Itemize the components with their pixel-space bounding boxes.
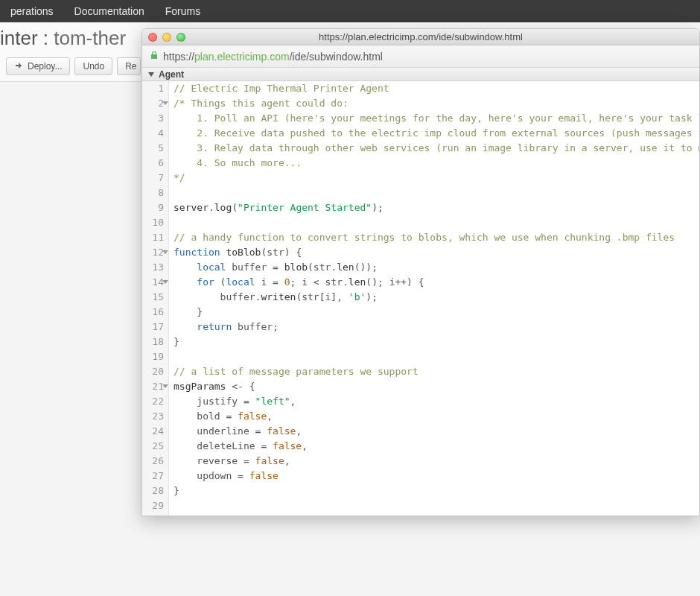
line-number: 28 [150, 484, 164, 498]
section-bar[interactable]: Agent [142, 68, 699, 81]
code-line[interactable]: } [174, 335, 696, 349]
url-host: plan.electricimp.com [194, 51, 290, 63]
lock-icon [150, 51, 159, 62]
code-editor[interactable]: 1234567891011121314151617181920212223242… [142, 81, 699, 516]
top-nav: perations Documentation Forums [0, 0, 700, 22]
redo-button[interactable]: Re [117, 57, 140, 75]
line-number: 24 [150, 424, 164, 439]
code-line[interactable] [174, 498, 696, 513]
code-line[interactable]: } [174, 484, 696, 498]
line-number: 29 [150, 498, 164, 513]
code-line[interactable] [174, 215, 696, 230]
code-line[interactable]: msgParams <- { [174, 379, 696, 394]
minimize-window-button[interactable] [162, 33, 171, 42]
code-line[interactable] [174, 349, 696, 364]
code-line[interactable]: 2. Receive data pushed to the electric i… [174, 126, 696, 141]
line-number: 19 [150, 349, 164, 364]
line-number: 16 [150, 305, 164, 320]
code-area[interactable]: // Electric Imp Thermal Printer Agent/* … [169, 81, 699, 516]
window-title: https://plan.electricimp.com/ide/subwind… [142, 31, 699, 42]
code-line[interactable]: local buffer = blob(str.len()); [174, 260, 696, 275]
code-line[interactable]: bold = false, [174, 409, 696, 424]
code-line[interactable]: underline = false, [174, 424, 696, 439]
line-number: 14 [150, 275, 164, 290]
deploy-label: Deploy... [28, 61, 62, 72]
line-number: 6 [150, 156, 164, 171]
code-line[interactable]: server.log("Printer Agent Started"); [174, 200, 696, 215]
line-number: 9 [150, 200, 164, 215]
undo-button[interactable]: Undo [74, 57, 112, 75]
redo-label: Re [125, 61, 136, 72]
code-line[interactable]: // Electric Imp Thermal Printer Agent [174, 81, 696, 96]
line-number: 21 [150, 379, 164, 394]
nav-forums[interactable]: Forums [155, 0, 211, 22]
code-line[interactable]: */ [174, 171, 696, 186]
code-line[interactable]: /* Things this agent could do: [174, 96, 696, 111]
code-line[interactable]: return buffer; [174, 320, 696, 335]
line-number: 20 [150, 364, 164, 379]
line-number: 5 [150, 141, 164, 156]
line-number: 8 [150, 186, 164, 200]
page-title-name: tom-ther [54, 27, 126, 49]
address-url: https://plan.electricimp.com/ide/subwind… [163, 51, 383, 63]
line-number: 10 [150, 215, 164, 230]
section-label: Agent [159, 69, 184, 80]
nav-operations[interactable]: perations [0, 0, 64, 22]
zoom-window-button[interactable] [176, 33, 185, 42]
traffic-lights [148, 33, 185, 42]
line-number: 17 [150, 320, 164, 335]
url-scheme: https:// [163, 51, 194, 63]
code-line[interactable]: reverse = false, [174, 454, 696, 469]
close-window-button[interactable] [148, 33, 157, 42]
code-line[interactable]: for (local i = 0; i < str.len(); i++) { [174, 275, 696, 290]
address-bar[interactable]: https://plan.electricimp.com/ide/subwind… [142, 45, 699, 68]
line-number: 2 [150, 96, 164, 111]
line-number: 27 [150, 469, 164, 484]
line-gutter: 1234567891011121314151617181920212223242… [142, 81, 169, 516]
code-line[interactable]: updown = false [174, 469, 696, 484]
line-number: 12 [150, 245, 164, 260]
line-number: 23 [150, 409, 164, 424]
code-line[interactable]: } [174, 305, 696, 320]
line-number: 4 [150, 126, 164, 141]
line-number: 3 [150, 111, 164, 126]
undo-label: Undo [83, 61, 104, 72]
line-number: 25 [150, 439, 164, 454]
deploy-icon [14, 61, 23, 72]
subwindow: https://plan.electricimp.com/ide/subwind… [141, 28, 700, 516]
window-titlebar[interactable]: https://plan.electricimp.com/ide/subwind… [142, 29, 699, 45]
code-line[interactable]: 3. Relay data through other web services… [174, 141, 696, 156]
line-number: 22 [150, 394, 164, 409]
line-number: 1 [150, 81, 164, 96]
line-number: 7 [150, 171, 164, 186]
url-path: /ide/subwindow.html [290, 51, 383, 63]
code-line[interactable]: buffer.writen(str[i], 'b'); [174, 290, 696, 305]
line-number: 15 [150, 290, 164, 305]
code-line[interactable]: deleteLine = false, [174, 439, 696, 454]
code-line[interactable]: function toBlob(str) { [174, 245, 696, 260]
line-number: 13 [150, 260, 164, 275]
code-line[interactable]: // a handy function to convert strings t… [174, 230, 696, 245]
page-title-prefix: inter : [0, 27, 54, 49]
line-number: 11 [150, 230, 164, 245]
chevron-down-icon [148, 72, 154, 77]
line-number: 26 [150, 454, 164, 469]
nav-documentation[interactable]: Documentation [64, 0, 155, 22]
code-line[interactable]: // a list of message parameters we suppo… [174, 364, 696, 379]
code-line[interactable]: 4. So much more... [174, 156, 696, 171]
code-line[interactable]: 1. Poll an API (here's your meetings for… [174, 111, 696, 126]
code-line[interactable]: justify = "left", [174, 394, 696, 409]
code-line[interactable] [174, 186, 696, 200]
line-number: 18 [150, 335, 164, 349]
deploy-button[interactable]: Deploy... [6, 57, 70, 75]
